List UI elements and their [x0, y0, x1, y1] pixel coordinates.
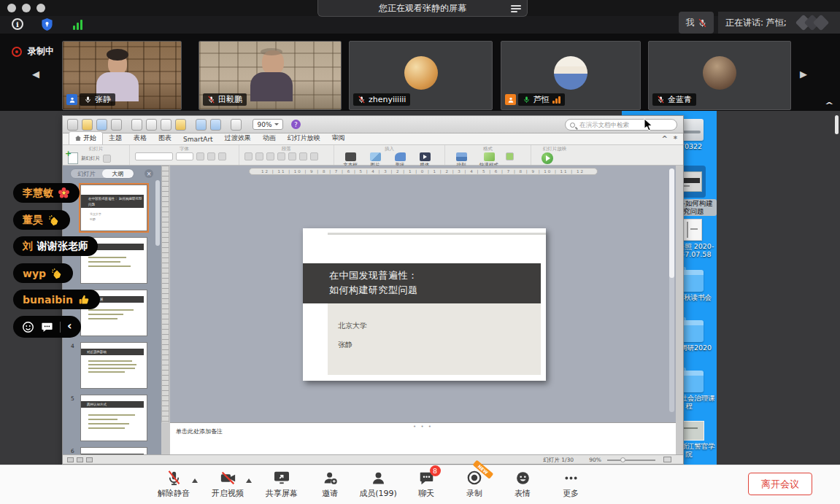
reaction-bubble: 董昊 [13, 210, 70, 230]
strip-collapse-icon[interactable]: ^ [825, 101, 834, 111]
right-edge-scrollbar[interactable] [835, 115, 839, 134]
strip-scroll-left-icon[interactable]: ◀ [32, 69, 39, 80]
paste-icon [161, 119, 172, 131]
slide-thumbnail-5: 5 两种认知方式 [80, 395, 147, 441]
invite-button[interactable]: 邀请 [306, 469, 354, 499]
record-icon [466, 470, 482, 486]
minimize-window-icon[interactable] [22, 4, 31, 12]
reaction-bubble: 刘 谢谢张老师 [13, 236, 98, 256]
slide-body: 北京大学 张静 [328, 303, 541, 375]
banner-menu-icon[interactable] [511, 4, 521, 12]
undo-icon [196, 119, 207, 131]
participant-namebar: zhenyiiiiii [353, 93, 410, 106]
ribbon-collapse-icon: ^ [661, 135, 667, 143]
slide-thumbnail-4: 4 对起源的影响 [80, 342, 147, 389]
tab-tables: 表格 [128, 132, 153, 144]
voov-logo-icon [795, 15, 830, 31]
chat-panel-icon[interactable] [41, 321, 53, 333]
participant-tile-luheng[interactable]: 芦恒 [501, 41, 641, 110]
tab-slideshow: 幻灯片放映 [282, 132, 326, 144]
reactions-button[interactable]: 表情 [498, 469, 547, 499]
share-screen-button[interactable]: 共享屏幕 [258, 469, 306, 499]
cut-icon [131, 119, 142, 131]
meeting-info-icon[interactable]: i [12, 18, 23, 30]
tab-smartart: SmartArt [177, 134, 219, 144]
slide-editor: 在中国发现普遍性： 如何构建研究型问题 北京大学 张静 [303, 228, 546, 381]
record-button[interactable]: NEW 录制 [450, 469, 498, 499]
participant-tile-tianyipeng[interactable]: 田毅鹏 [199, 41, 342, 110]
mic-muted-icon [166, 470, 182, 486]
recording-dot-icon [12, 47, 22, 57]
ppt-search-field [565, 119, 677, 131]
mic-muted-icon [657, 96, 665, 104]
ppt-slide-panel: 幻灯片 大纲 × 1 在中国发现普遍性： 如何构建研究型问题 北京大学张静 2 … [63, 166, 161, 454]
slide-thumbnail-6: 6 什么是研究型问题 [80, 447, 147, 454]
mic-muted-icon [207, 96, 215, 104]
tab-review: 审阅 [326, 132, 351, 144]
flower-emoji-icon [58, 187, 70, 199]
shared-screen: 普遍性.docx 社会学说因何 -北...静.docx 扫描件 发现普遍性 合作… [0, 111, 840, 465]
more-button[interactable]: 更多 [547, 469, 595, 499]
redo-icon [210, 119, 221, 131]
security-shield-icon[interactable] [41, 18, 53, 34]
zoom-dropdown: 90% [253, 119, 283, 130]
participant-name: 金蓝青 [668, 94, 692, 105]
mic-speaking-icon [523, 96, 531, 104]
invite-icon [323, 470, 338, 486]
mouse-cursor [644, 118, 653, 131]
network-signal-icon[interactable] [73, 19, 82, 30]
observing-banner[interactable]: 您正在观看张静的屏幕 [317, 0, 528, 17]
mic-options-caret[interactable] [192, 476, 198, 483]
save-icon [96, 119, 107, 131]
volume-bars-icon [552, 96, 560, 104]
ppt-canvas: 12 | 11 | 10 | 9 | 8 | 7 | 6 | 5 | 4 | 3… [170, 166, 676, 422]
vertical-ruler [161, 166, 169, 422]
participant-name: 芦恒 [533, 94, 550, 105]
close-window-icon[interactable] [7, 4, 16, 12]
tab-animation: 动画 [257, 132, 282, 144]
leave-meeting-button[interactable]: 离开会议 [748, 473, 812, 495]
help-icon: ? [291, 120, 301, 129]
zoom-window-icon[interactable] [36, 4, 45, 12]
video-options-caret[interactable] [246, 476, 252, 483]
new-doc-icon [67, 119, 78, 131]
new-slide-icon [68, 152, 78, 164]
chat-button[interactable]: 8 聊天 [402, 469, 450, 499]
mic-muted-icon [698, 18, 707, 28]
panel-close-icon: × [145, 169, 153, 178]
emoji-panel-icon[interactable] [22, 321, 34, 333]
participant-namebar: 田毅鹏 [203, 93, 247, 106]
ribbon-gear-icon: * [674, 135, 677, 143]
tab-charts: 图表 [153, 132, 177, 144]
group-insert: 插入 文本框 图片 形状 媒体 [334, 145, 445, 165]
slide-thumbnail-1: 1 在中国发现普遍性： 如何构建研究型问题 北京大学张静 [80, 185, 147, 231]
chat-unread-badge: 8 [430, 465, 441, 476]
participant-tile-zhenyi[interactable]: zhenyiiiiii [349, 41, 493, 110]
slide-org: 北京大学 [338, 321, 367, 331]
observing-banner-text: 您正在观看张静的屏幕 [379, 2, 466, 15]
home-icon [75, 136, 81, 141]
more-dots-icon [563, 470, 579, 486]
group-paragraph: 段落 [239, 145, 334, 165]
start-video-button[interactable]: 开启视频 [204, 469, 252, 499]
members-button[interactable]: 成员(199) [354, 469, 402, 499]
unmute-button[interactable]: 解除静音 [150, 469, 198, 499]
participant-tile-jinlanqing[interactable]: 金蓝青 [648, 41, 791, 110]
group-font: 字体 [130, 145, 239, 165]
strip-scroll-right-icon[interactable]: ▶ [800, 69, 807, 80]
search-icon [570, 123, 575, 128]
recording-indicator: 录制中 [12, 45, 54, 58]
video-strip: 录制中 ◀ 张静 田毅鹏 [0, 34, 840, 111]
collapse-reactions-icon[interactable]: ‹ [67, 320, 72, 332]
panel-scrollbar [155, 180, 160, 246]
participant-tile-zhangjing[interactable]: 张静 [62, 41, 182, 110]
me-mic-pill[interactable]: 我 [679, 12, 714, 34]
group-slides: 幻灯片 新幻灯片 [63, 145, 130, 165]
reaction-bubble: 李慧敏 [13, 183, 80, 203]
traffic-lights[interactable] [7, 4, 45, 12]
zoom-slider [607, 460, 655, 461]
mic-muted-icon [358, 96, 366, 104]
avatar [404, 56, 438, 90]
members-icon [371, 470, 386, 486]
speaking-status-bar: 正在讲话: 芦恒; [718, 12, 840, 34]
